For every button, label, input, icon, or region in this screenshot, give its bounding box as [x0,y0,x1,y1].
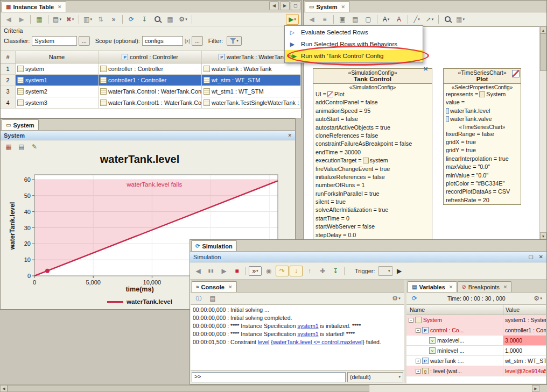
scroll-down-button[interactable]: ▼ [540,232,546,239]
plot-data-icon[interactable]: ▦ [3,142,15,152]
log-file-icon[interactable]: ▤ [207,294,219,303]
tab-scroll-right-button[interactable]: ▶ [280,1,290,10]
table-cell[interactable]: wt_stm : WT_STM [202,75,301,85]
column-header[interactable]: Pcontrol : Controller [99,51,202,63]
delete-icon[interactable]: ✖▾ [64,15,76,24]
tab-system-diagram[interactable]: ▭ System ✕ [305,1,349,12]
variable-row[interactable]: −Systemsystem1 : System@f7e... [406,315,546,325]
console-link[interactable]: waterTank.level <= control.maxlevel [273,339,362,345]
pin-icon[interactable]: ✕ [423,66,428,73]
table-cell[interactable]: waterTank : WaterTank [202,63,301,74]
variables-options-icon[interactable]: ⚙▾ [532,294,544,303]
related-elements-icon[interactable]: ◀ [306,15,318,24]
table-row[interactable]: 2system1controller1 : Controllerwt_stm :… [1,75,301,86]
table-cell[interactable]: waterTank.Control1 : WaterTank.Control [99,97,202,108]
variable-row[interactable]: vmaxlevel...3.0000 [406,336,546,346]
resume-icon[interactable]: ▶ [218,266,230,276]
line-style-icon[interactable]: ╱▾ [411,15,423,24]
nav-forward-icon[interactable]: ▶ [16,15,27,24]
tab-list-button[interactable]: ▢ [291,1,300,10]
chart-options-icon[interactable]: ▦ [164,15,176,24]
containment-icon[interactable]: ≡ [319,15,331,24]
close-icon[interactable]: ✕ [503,284,508,290]
column-header[interactable]: Name [16,51,99,63]
table-cell[interactable]: system3 [16,97,99,108]
table-cell[interactable]: system [16,63,99,74]
table-cell[interactable]: wt_stm1 : WT_STM [202,86,301,97]
nav-back-icon[interactable]: ◀ [3,15,15,24]
tab-instance-table[interactable]: ▦ Instance Table ✕ [2,1,66,12]
collapse-icon[interactable]: − [416,328,420,333]
step-back-icon[interactable]: ◀ [192,266,204,276]
menu-item[interactable]: ⚙▶Run with 'Tank Control' Config [285,50,423,62]
step-over-icon[interactable]: ↷ [276,266,289,276]
horizontal-scrollbar[interactable]: ◀ ▶ [0,384,547,392]
float-icon[interactable]: ▢ [528,254,533,260]
table-cell[interactable]: system1 [16,75,99,85]
font-icon[interactable]: A▾ [380,15,392,24]
animate-icon[interactable]: ◉ [263,266,275,276]
value-column-header[interactable]: Value [503,307,546,313]
variable-row[interactable]: −Pcontrol : Co...controller1 : Controlle… [406,325,546,336]
tab-simulation[interactable]: ⟳ Simulation [191,240,237,251]
tab-system-chart[interactable]: ▭ System [2,119,39,130]
edit-table-icon[interactable]: ▦ [33,15,45,24]
grid-icon[interactable]: ▦▾ [454,15,466,24]
scrollbar-thumb[interactable] [8,385,369,392]
info-icon[interactable]: ⓘ [193,294,205,303]
refresh-icon[interactable]: ⟳ [125,15,137,24]
console-link[interactable]: system1 [297,331,318,337]
columns-icon[interactable]: ▥▾ [82,15,94,24]
expression-icon[interactable]: {x} [185,38,191,44]
run-icon[interactable]: ▶▾ [286,14,299,25]
time-series-chart-box[interactable]: «TimeSeriesChart» Plot «SelectProperties… [443,68,521,205]
tab-variables[interactable]: ▤ Variables ✕ [408,281,457,292]
variable-row[interactable]: vminlevel ...1.0000 [406,346,546,356]
console-input[interactable]: >> [192,372,346,382]
variable-row[interactable]: +{}: level {wat...level@2ce914a5 [406,366,546,376]
console-link[interactable]: level [258,339,270,345]
console-options-icon[interactable]: ⚙▾ [390,294,402,303]
table-cell[interactable]: controller : Controller [99,63,202,74]
table-row[interactable]: 1systemcontroller : ControllerwaterTank … [1,63,301,75]
table-cell[interactable]: controller1 : Controller [99,75,202,85]
column-header[interactable]: # [1,51,16,63]
scope-field[interactable]: configs [142,36,183,46]
table-row[interactable]: 3system2waterTank.Control : WaterTank.Co… [1,86,301,97]
console-mode-select[interactable]: (default)▾ [347,372,403,382]
close-icon[interactable]: ✕ [539,254,543,260]
filter-button[interactable]: ▾ [227,36,242,46]
scroll-left-button[interactable]: ◀ [0,385,8,392]
console-log[interactable]: 00:00:00,000 : Initial solving ...00:00:… [191,304,404,370]
copy-icon[interactable]: ▣ [336,15,348,24]
scroll-up-button[interactable]: ▲ [540,26,546,33]
table-cell[interactable]: waterTank.Control : WaterTank.Control [99,86,202,97]
expand-icon[interactable]: + [416,359,420,364]
console-link[interactable]: system1 [297,323,318,329]
expand-icon[interactable]: + [416,369,420,374]
table-cell[interactable]: system2 [16,86,99,97]
menu-item[interactable]: ▶Run Selected Rows with Behaviors [285,38,423,50]
close-icon[interactable]: ✕ [449,284,453,290]
text-color-icon[interactable]: A [393,15,405,24]
classifier-field[interactable]: System [32,36,77,46]
diagram-vertical-scrollbar[interactable]: ▲ ▼ [539,26,546,239]
tab-scroll-left-button[interactable]: ◀ [269,1,279,10]
close-icon[interactable]: ✕ [228,284,233,290]
arrow-style-icon[interactable]: ↗▾ [424,15,436,24]
save-chart-icon[interactable]: ▤ [16,142,27,152]
settings-icon[interactable]: ⚙▾ [177,15,189,24]
close-icon[interactable]: ✕ [341,4,346,10]
tab-breakpoints[interactable]: ⊘ Breakpoints ✕ [457,281,511,292]
name-column-header[interactable]: Name [406,305,503,315]
classifier-browse-button[interactable]: ... [79,36,89,46]
breakpoint-icon[interactable]: ✚ [317,266,328,276]
chart-settings-icon[interactable]: ✎ [29,142,40,152]
table-row[interactable]: 4system3waterTank.Control1 : WaterTank.C… [1,97,301,109]
overflow-icon[interactable]: » [108,15,120,24]
pause-icon[interactable]: ▮▮ [205,266,217,276]
simulation-config-box[interactable]: «SimulationConfig» Tank Control «Simulat… [313,68,432,239]
collapse-icon[interactable]: − [409,318,413,323]
scrollbar-thumb[interactable] [540,33,546,71]
menu-item[interactable]: ▷Evaluate Selected Rows [285,26,423,38]
